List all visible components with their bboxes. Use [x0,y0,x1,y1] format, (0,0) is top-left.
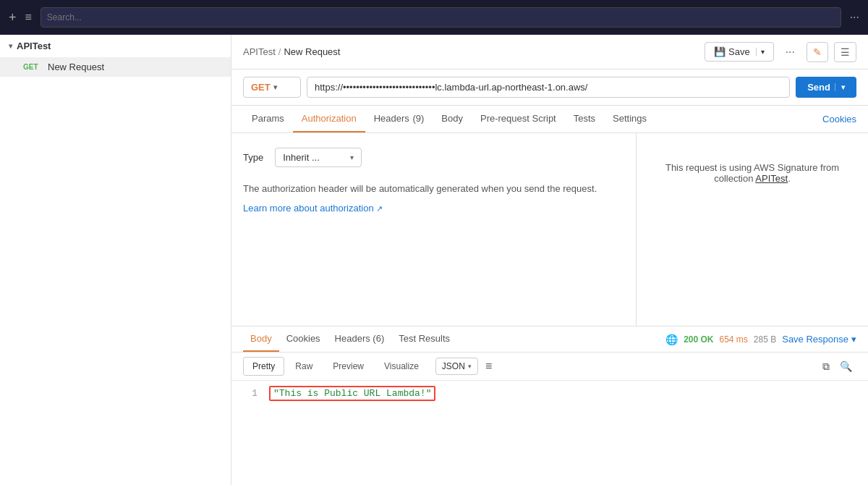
tab-authorization[interactable]: Authorization [293,106,365,132]
tab-body[interactable]: Body [433,106,472,132]
learn-more-link[interactable]: Learn more about authorization [243,203,383,214]
status-ok: 200 OK [684,334,713,345]
subtab-pretty[interactable]: Pretty [243,357,284,376]
format-chevron-icon: ▾ [468,363,472,370]
sidebar-item-new-request[interactable]: GET New Request [0,57,231,77]
save-label: Save [728,46,750,57]
send-chevron-icon[interactable]: ▾ [835,83,845,91]
url-bar: GET ▾ Send ▾ [231,69,868,106]
tab-settings[interactable]: Settings [604,106,655,132]
top-more-icon[interactable]: ··· [850,11,859,24]
format-select[interactable]: JSON ▾ [435,358,478,375]
sidebar: ▾ APITest GET New Request [0,35,231,485]
breadcrumb-collection: APITest [243,46,276,57]
subtab-preview[interactable]: Preview [323,357,373,376]
top-bar: + ≡ ··· [0,0,868,35]
sidebar-item-label: New Request [48,62,104,72]
send-label: Send [807,82,830,93]
format-button[interactable]: ≡ [480,357,498,376]
status-size: 285 B [754,334,776,345]
aws-note-text-after: . [788,173,791,184]
collection-chevron-icon: ▾ [9,42,12,50]
breadcrumb-sep: / [278,46,281,57]
method-select[interactable]: GET ▾ [243,77,301,98]
request-body-panels: Type Inherit ... ▾ The authorization hea… [231,133,868,326]
type-row: Type Inherit ... ▾ [243,148,624,167]
aws-collection-link[interactable]: APITest [755,173,788,184]
breadcrumb: APITest / New Request [243,46,699,57]
globe-icon: 🌐 [665,334,678,345]
request-header: APITest / New Request 💾 Save ▾ ··· ✎ ☰ [231,35,868,69]
format-label: JSON [442,361,465,371]
method-badge: GET [23,63,43,71]
response-tab-body[interactable]: Body [243,326,279,352]
tab-params[interactable]: Params [243,106,293,132]
save-response-label: Save Response [782,334,848,345]
type-select[interactable]: Inherit ... ▾ [275,148,362,167]
edit-button[interactable]: ✎ [807,42,828,62]
response-content: 1 "This is Public URL Lambda!" [231,381,868,485]
highlighted-code: "This is Public URL Lambda!" [269,386,435,401]
global-search-input[interactable] [41,7,841,28]
method-label: GET [251,82,271,93]
url-input[interactable] [307,77,790,98]
response-status: 🌐 200 OK 654 ms 285 B Save Response ▾ [665,334,856,345]
aws-signature-note: This request is using AWS Signature from… [648,162,856,184]
line-number: 1 [243,388,258,399]
method-chevron-icon: ▾ [273,83,277,91]
sidebar-toggle-icon[interactable]: ≡ [25,11,32,24]
save-response-button[interactable]: Save Response ▾ [782,334,856,345]
send-button[interactable]: Send ▾ [796,77,856,98]
code-line: 1 "This is Public URL Lambda!" [231,387,868,400]
response-tab-cookies[interactable]: Cookies [279,326,328,352]
collection-name: APITest [17,41,51,51]
sidebar-collection[interactable]: ▾ APITest [0,35,231,57]
tab-headers[interactable]: Headers (9) [365,106,433,132]
save-response-chevron-icon: ▾ [851,334,856,345]
save-button[interactable]: 💾 Save ▾ [705,42,774,62]
type-chevron-icon: ▾ [350,153,354,161]
request-tabs: Params Authorization Headers (9) Body Pr… [231,106,868,133]
subtab-visualize[interactable]: Visualize [375,357,428,376]
doc-button[interactable]: ☰ [834,42,856,62]
save-chevron-icon[interactable]: ▾ [756,48,765,56]
main-layout: ▾ APITest GET New Request APITest / New … [0,35,868,485]
auth-description: The authorization header will be automat… [243,182,624,197]
aws-note-text-before: This request is using AWS Signature from… [665,162,839,184]
content-area: APITest / New Request 💾 Save ▾ ··· ✎ ☰ G… [231,35,868,485]
copy-button[interactable]: ⧉ [818,358,834,376]
search-response-button[interactable]: 🔍 [835,358,856,375]
tab-tests[interactable]: Tests [565,106,604,132]
response-section: Body Cookies Headers (6) Test Results 🌐 … [231,326,868,485]
type-value: Inherit ... [283,152,320,163]
status-time: 654 ms [720,334,748,345]
auth-left-panel: Type Inherit ... ▾ The authorization hea… [231,133,637,326]
response-tab-headers[interactable]: Headers (6) [328,326,392,352]
type-label: Type [243,152,263,163]
response-tabs: Body Cookies Headers (6) Test Results 🌐 … [231,326,868,353]
breadcrumb-current: New Request [284,46,340,57]
response-subtabs: Pretty Raw Preview Visualize JSON ▾ ≡ ⧉ … [231,353,868,381]
add-icon[interactable]: + [9,10,17,25]
auth-right-panel: This request is using AWS Signature from… [637,133,868,326]
response-tab-test-results[interactable]: Test Results [391,326,457,352]
line-code: "This is Public URL Lambda!" [269,388,435,399]
more-options-button[interactable]: ··· [780,43,801,62]
save-disk-icon: 💾 [714,46,726,57]
tab-cookies[interactable]: Cookies [822,106,856,132]
tab-pre-request-script[interactable]: Pre-request Script [472,106,565,132]
subtab-raw[interactable]: Raw [286,357,322,376]
